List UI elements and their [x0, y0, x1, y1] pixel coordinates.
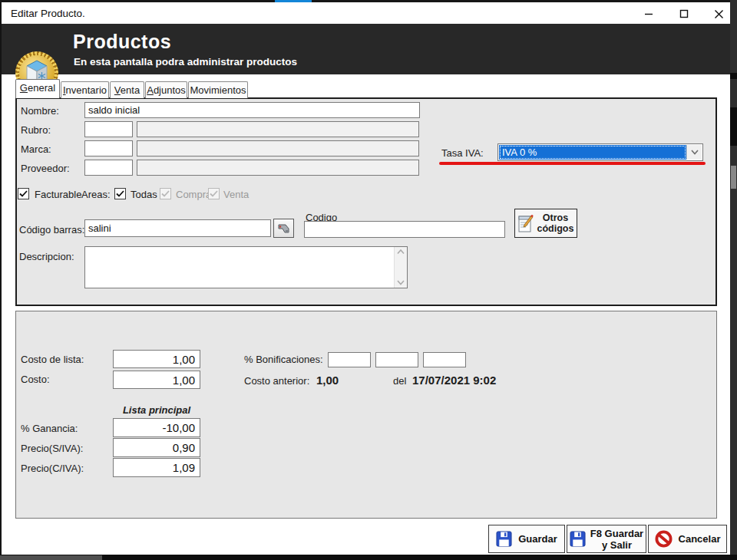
maximize-button[interactable] — [673, 5, 696, 23]
tab-general[interactable]: General — [15, 79, 60, 98]
nombre-input[interactable] — [84, 102, 420, 118]
costo-input[interactable] — [113, 371, 200, 389]
rubro-name-field[interactable] — [137, 121, 419, 137]
cancel-icon — [655, 530, 673, 548]
proveedor-name-field[interactable] — [137, 160, 419, 176]
del-label: del — [393, 375, 406, 387]
otros-codigos-label: Otros códigos — [537, 212, 574, 234]
marca-name-field[interactable] — [137, 140, 419, 156]
tab-inventario[interactable]: Inventario — [61, 81, 109, 98]
marca-code-input[interactable] — [84, 140, 133, 156]
save-icon — [570, 531, 586, 547]
chevron-down-icon — [691, 150, 699, 155]
proveedor-label: Proveedor: — [21, 163, 70, 174]
barcode-scan-button[interactable] — [273, 219, 294, 238]
page-title: Productos — [73, 31, 171, 53]
precio-siva-label: Precio(S/IVA): — [21, 443, 83, 454]
costo-label: Costo: — [21, 374, 50, 385]
bonificacion-input-3[interactable] — [423, 352, 466, 367]
scroll-down-icon[interactable] — [397, 280, 405, 285]
page-subtitle: En esta pantalla podra administrar produ… — [74, 56, 297, 68]
tab-adjuntos[interactable]: Adjuntos — [145, 81, 187, 98]
background-block — [0, 555, 102, 560]
todas-label: Todas — [131, 189, 157, 200]
background-window-right-edge — [730, 0, 737, 560]
rubro-label: Rubro: — [21, 124, 51, 136]
precio-civa-input[interactable] — [113, 458, 200, 477]
minimize-icon — [644, 9, 653, 18]
costo-lista-input[interactable] — [113, 350, 200, 368]
precio-siva-input[interactable] — [113, 438, 200, 457]
guardar-y-salir-button[interactable]: F8 Guardar y Salir — [567, 525, 646, 553]
guardar-button[interactable]: Guardar — [488, 525, 565, 553]
red-annotation-underline — [439, 162, 706, 165]
window-title: Editar Producto. — [11, 8, 85, 19]
guardar-y-salir-label: F8 Guardar y Salir — [590, 528, 643, 551]
descripcion-textarea[interactable] — [84, 246, 408, 288]
proveedor-code-input[interactable] — [84, 160, 133, 176]
checkbox-venta — [208, 188, 220, 199]
check-icon — [210, 190, 218, 197]
descripcion-label: Descripcion: — [19, 251, 74, 262]
venta-label: Venta — [223, 189, 249, 200]
cancelar-button[interactable]: Cancelar — [648, 525, 727, 553]
codigo-barras-label: Código barras: — [19, 224, 84, 236]
minimize-button[interactable] — [637, 5, 660, 23]
close-button[interactable] — [707, 5, 730, 23]
costo-anterior-label: Costo anterior: — [244, 375, 309, 387]
ganancia-label: % Ganancia: — [21, 423, 78, 434]
dropdown-button[interactable] — [686, 145, 702, 160]
screen: Editar Producto. Productos En esta pa — [0, 0, 737, 560]
codigo-barras-input[interactable] — [84, 219, 271, 237]
bonificaciones-label: % Bonificaciones: — [244, 354, 323, 365]
check-icon — [161, 190, 170, 197]
checkbox-compra — [160, 188, 171, 199]
maximize-icon — [679, 9, 689, 18]
tasa-iva-combobox[interactable]: IVA 0 % — [497, 143, 703, 161]
codigo-input[interactable] — [304, 221, 505, 238]
nombre-label: Nombre: — [21, 105, 59, 117]
precio-civa-label: Precio(C/IVA): — [21, 463, 84, 474]
compra-label: Compra — [176, 189, 211, 200]
costo-anterior-value: 1,00 — [316, 374, 339, 387]
bonificacion-input-1[interactable] — [328, 352, 371, 367]
costo-anterior-fecha: 17/07/2021 9:02 — [412, 374, 496, 387]
tasa-iva-label: Tasa IVA: — [441, 147, 484, 159]
titlebar[interactable]: Editar Producto. — [2, 2, 730, 24]
checkbox-facturable[interactable] — [18, 188, 29, 199]
check-icon — [116, 190, 124, 197]
notepad-pencil-icon — [518, 214, 534, 233]
background-window-bottom-edge — [0, 555, 737, 560]
save-icon — [496, 531, 512, 547]
otros-codigos-button[interactable]: Otros códigos — [514, 209, 577, 238]
ganancia-input[interactable] — [113, 418, 200, 437]
scroll-up-icon[interactable] — [397, 249, 405, 255]
background-block — [731, 166, 736, 189]
barcode-scanner-icon — [277, 222, 291, 235]
checkbox-todas[interactable] — [114, 188, 126, 199]
tasa-iva-selected: IVA 0 % — [499, 145, 686, 160]
background-block — [730, 107, 737, 146]
lista-principal-label: Lista principal — [113, 404, 200, 416]
background-block — [730, 73, 737, 79]
bonificacion-input-2[interactable] — [375, 352, 418, 367]
areas-label: Areas: — [81, 189, 111, 200]
textarea-scrollbar[interactable] — [394, 247, 407, 288]
tab-movimientos[interactable]: Movimientos — [188, 81, 248, 98]
marca-label: Marca: — [21, 143, 51, 155]
tab-venta[interactable]: Venta — [110, 81, 144, 98]
check-icon — [19, 190, 28, 197]
costo-lista-label: Costo de lista: — [21, 354, 84, 365]
rubro-code-input[interactable] — [84, 121, 133, 137]
header-banner: Productos En esta pantalla podra adminis… — [2, 24, 730, 74]
facturable-label: Facturable — [35, 189, 81, 200]
close-icon — [714, 9, 724, 19]
